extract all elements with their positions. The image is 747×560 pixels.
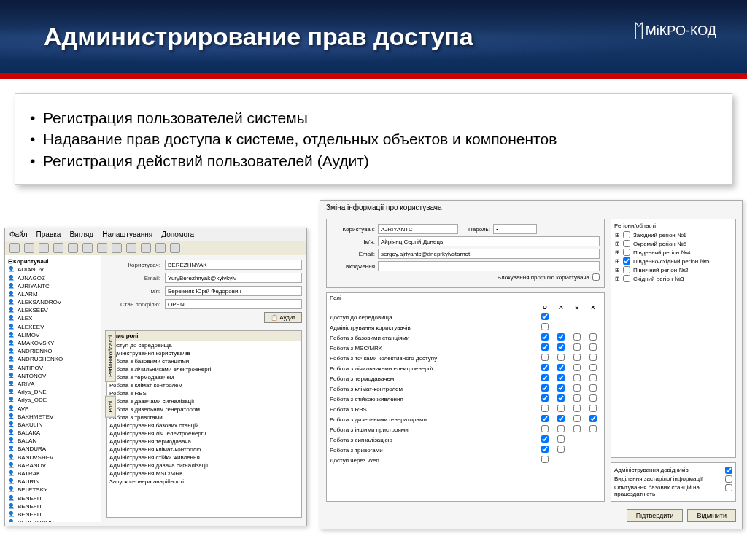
- toolbar[interactable]: [5, 241, 306, 255]
- dlg-pwd-input[interactable]: [493, 224, 537, 234]
- audit-button[interactable]: 📋 Аудит: [264, 312, 302, 323]
- role-item[interactable]: Адміністрування клімат-контролю: [107, 446, 301, 454]
- role-item[interactable]: Робота з лічильниками електроенергії: [107, 365, 301, 373]
- permission-checkbox[interactable]: [557, 374, 565, 381]
- menu-bar[interactable]: ФайлПравкаВиглядНалаштуванняДопомога: [5, 228, 306, 241]
- tree-user[interactable]: BATRAK: [7, 470, 98, 478]
- tree-user[interactable]: AJRIYANTC: [7, 282, 98, 290]
- permission-checkbox[interactable]: [589, 333, 597, 341]
- permission-checkbox[interactable]: [541, 323, 549, 330]
- tree-user[interactable]: AVP: [7, 405, 98, 413]
- permission-checkbox[interactable]: [557, 333, 565, 341]
- menu-item[interactable]: Правка: [36, 230, 61, 238]
- permission-checkbox[interactable]: [541, 415, 549, 422]
- region-checkbox[interactable]: [623, 275, 630, 282]
- toolbar-btn[interactable]: [97, 243, 107, 253]
- role-item[interactable]: Робота з термодавачем: [107, 373, 301, 381]
- permission-checkbox[interactable]: [541, 343, 549, 351]
- permission-checkbox[interactable]: [557, 405, 565, 412]
- region-checkbox[interactable]: [623, 266, 630, 273]
- tree-user[interactable]: ANTIPOV: [7, 364, 98, 372]
- tree-user[interactable]: ANDRIENKO: [7, 347, 98, 355]
- tree-user[interactable]: AMAKOVSKY: [7, 339, 98, 347]
- option-checkbox[interactable]: [725, 467, 732, 474]
- vtab-roles[interactable]: Ролі: [105, 396, 116, 418]
- permission-checkbox[interactable]: [557, 364, 565, 371]
- permission-checkbox[interactable]: [573, 394, 581, 402]
- toolbar-btn[interactable]: [141, 243, 151, 253]
- permission-checkbox[interactable]: [589, 405, 597, 412]
- permission-checkbox[interactable]: [573, 374, 581, 381]
- role-item[interactable]: Запуск сервера аварійності: [107, 478, 301, 486]
- permission-checkbox[interactable]: [541, 425, 549, 432]
- permission-checkbox[interactable]: [557, 435, 565, 443]
- tree-user[interactable]: ALEKSEEV: [7, 306, 98, 314]
- permission-checkbox[interactable]: [541, 384, 549, 392]
- expand-icon[interactable]: ⊞: [615, 267, 620, 273]
- name-input[interactable]: [165, 286, 302, 296]
- expand-icon[interactable]: ⊞: [615, 232, 620, 238]
- tree-user[interactable]: BALAN: [7, 437, 98, 445]
- permission-checkbox[interactable]: [573, 405, 581, 412]
- role-item[interactable]: Робота з RBS: [107, 389, 301, 397]
- tree-user[interactable]: ANTONOV: [7, 372, 98, 380]
- menu-item[interactable]: Файл: [9, 230, 28, 238]
- tree-user[interactable]: BAURIN: [7, 478, 98, 486]
- role-item[interactable]: Адміністрування стійки живлення: [107, 454, 301, 462]
- tree-user[interactable]: BENEFIT: [7, 502, 98, 510]
- tree-user[interactable]: AJNAGOZ: [7, 274, 98, 282]
- dlg-block-checkbox[interactable]: [592, 273, 600, 281]
- vtab-regions[interactable]: Регіони/області: [105, 330, 116, 382]
- role-item[interactable]: Доступ до середовища: [107, 341, 301, 349]
- permission-checkbox[interactable]: [541, 354, 549, 361]
- toolbar-btn[interactable]: [82, 243, 93, 253]
- permission-checkbox[interactable]: [557, 343, 565, 351]
- dlg-login-input[interactable]: [378, 261, 600, 271]
- tree-user[interactable]: ALEKSANDROV: [7, 298, 98, 306]
- permission-checkbox[interactable]: [557, 384, 565, 392]
- region-checkbox[interactable]: [623, 249, 630, 256]
- tree-user[interactable]: BANDURA: [7, 445, 98, 453]
- tree-user[interactable]: BAKULIN: [7, 421, 98, 429]
- tree-user[interactable]: BELETSKY: [7, 486, 98, 494]
- user-tree[interactable]: КористувачіADIANOVAJNAGOZAJRIYANTCALARMA…: [5, 255, 101, 522]
- permission-checkbox[interactable]: [541, 435, 549, 443]
- tree-user[interactable]: ALEX: [7, 314, 98, 322]
- option-checkbox[interactable]: [725, 475, 732, 483]
- permission-checkbox[interactable]: [573, 415, 581, 422]
- toolbar-btn[interactable]: [68, 243, 78, 253]
- role-item[interactable]: Робота з дизельним генератором: [107, 405, 301, 413]
- tree-user[interactable]: ALIMOV: [7, 331, 98, 339]
- role-item[interactable]: Робота з базовими станціями: [107, 357, 301, 365]
- dlg-user-input[interactable]: [378, 224, 458, 234]
- menu-item[interactable]: Налаштування: [102, 230, 152, 238]
- permission-checkbox[interactable]: [557, 394, 565, 402]
- permission-checkbox[interactable]: [541, 364, 549, 371]
- permission-checkbox[interactable]: [589, 415, 597, 422]
- role-item[interactable]: Адміністрування ліч. електроенергії: [107, 429, 301, 438]
- state-input[interactable]: [165, 299, 302, 309]
- tree-user[interactable]: BANDVSHEV: [7, 454, 98, 462]
- tree-user[interactable]: ANDRUSHENKO: [7, 355, 98, 363]
- toolbar-btn[interactable]: [53, 243, 63, 253]
- toolbar-btn[interactable]: [9, 243, 20, 253]
- role-item[interactable]: Робота з клімат-контролем: [107, 381, 301, 389]
- tree-root[interactable]: Користувачі: [7, 257, 98, 265]
- permission-checkbox[interactable]: [573, 343, 581, 351]
- tree-user[interactable]: BARANOV: [7, 462, 98, 470]
- permission-checkbox[interactable]: [541, 374, 549, 381]
- permission-checkbox[interactable]: [589, 384, 597, 392]
- permission-checkbox[interactable]: [557, 415, 565, 422]
- tree-user[interactable]: BENEFIT: [7, 510, 98, 518]
- email-input[interactable]: [165, 273, 302, 283]
- tree-user[interactable]: ARIYA: [7, 380, 98, 388]
- cancel-button[interactable]: Відмінити: [687, 509, 736, 522]
- permission-checkbox[interactable]: [589, 364, 597, 371]
- permission-checkbox[interactable]: [573, 354, 581, 361]
- tree-user[interactable]: BAKHMETEV: [7, 413, 98, 421]
- tree-user[interactable]: BALAKA: [7, 429, 98, 437]
- permission-checkbox[interactable]: [573, 333, 581, 341]
- permission-checkbox[interactable]: [541, 394, 549, 402]
- ok-button[interactable]: Підтвердити: [627, 509, 684, 522]
- menu-item[interactable]: Вигляд: [69, 230, 93, 238]
